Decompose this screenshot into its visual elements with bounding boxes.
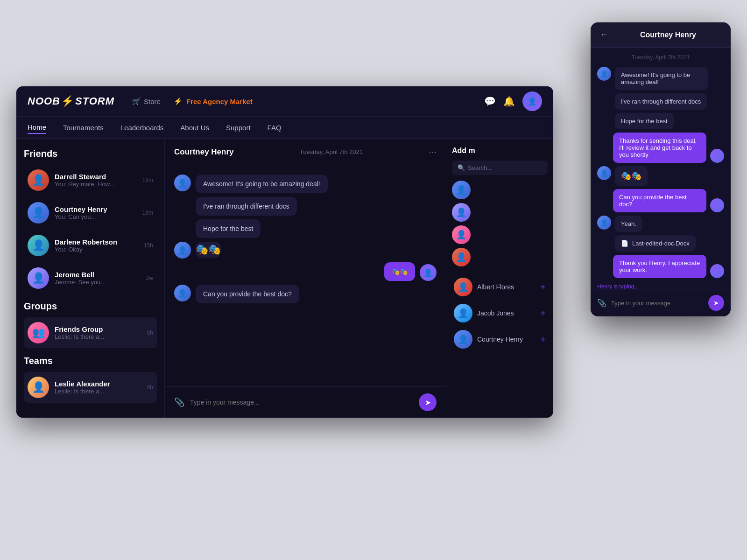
add-person-courtney-panel[interactable]: 👤 Courtney Henry + (452, 326, 548, 352)
friend-item-courtney[interactable]: 👤 Courtney Henry You: Can you... 18m (24, 197, 157, 228)
cart-icon: 🛒 (132, 97, 141, 105)
bolt-nav-icon: ⚡ (174, 97, 183, 105)
friend-preview-jerome: Jerome: See you... (55, 279, 141, 286)
nav-icons: 💬 🔔 👤 (484, 91, 542, 111)
friend-name-darlene: Darlene Robertson (55, 238, 138, 246)
group-name-friends: Friends Group (55, 325, 141, 333)
add-person-avatar-albert: 👤 (454, 278, 472, 296)
friend-preview-darlene: You: Okay (55, 246, 138, 253)
store-label: Store (144, 98, 161, 105)
chat-messages: 👤 Awesome! It's going to be amazing deal… (165, 165, 446, 386)
panel-avatar-4: 👤 (452, 248, 471, 266)
float-bubble-1: Awesome! It's going to be amazing deal! (615, 67, 708, 90)
nav-tournaments[interactable]: Tournaments (63, 122, 104, 133)
msg-avatar-1: 👤 (174, 175, 191, 191)
friend-time-darlene: 15h (144, 242, 153, 249)
message-5: 👤 Can you provide the best doc? (174, 285, 437, 303)
file-name: Last-edited-doc.Docx (632, 240, 690, 247)
add-person-albert[interactable]: 👤 Albert Flores + (452, 274, 548, 300)
friend-avatar-darrell: 👤 (28, 169, 49, 191)
user-avatar[interactable]: 👤 (522, 91, 542, 111)
add-person-name-courtney: Courtney Henry (477, 336, 536, 343)
float-bubble-sent-1: Thanks for sending this deal, I'll revie… (613, 133, 706, 163)
sidebar: Friends 👤 Darrell Steward You: Hey mate.… (16, 139, 165, 418)
chat-more-button[interactable]: ··· (429, 147, 437, 157)
team-item-leslie[interactable]: 👤 Leslie Alexander Leslie: Is there a...… (24, 372, 157, 403)
bell-icon-btn[interactable]: 🔔 (503, 96, 515, 107)
float-message-sent-3: Thank you Henry. I appreciate your work. (597, 255, 724, 278)
friend-info-darrell: Darrell Steward You: Hey mate. How... (55, 173, 137, 188)
float-bubble-emoji: 🎭🎭 (615, 166, 648, 186)
float-avatar-1: 👤 (597, 67, 611, 81)
group-avatar-friends: 👥 (28, 322, 49, 343)
msg-bubble-emoji: 🎭🎭 (196, 242, 221, 258)
add-albert-btn[interactable]: + (540, 282, 546, 293)
floating-chat-window: ← Courtney Henry Tuesday, April 7th 2021… (591, 22, 731, 316)
groups-section: Groups 👥 Friends Group Leslie: Is there … (24, 301, 157, 348)
free-agency-label: Free Agency Market (186, 98, 253, 105)
friend-time-courtney: 18m (142, 210, 153, 216)
float-message-emoji: 👤 🎭🎭 (597, 166, 724, 186)
add-courtney-btn[interactable]: + (540, 334, 546, 345)
teams-section: Teams 👤 Leslie Alexander Leslie: Is ther… (24, 356, 157, 403)
message-sent-1: 🎭🎭 👤 (174, 262, 437, 281)
friend-item-darrell[interactable]: 👤 Darrell Steward You: Hey mate. How... … (24, 165, 157, 196)
right-panel-title: Add m (452, 147, 548, 155)
chat-input[interactable] (190, 399, 413, 406)
groups-section-title: Groups (24, 301, 157, 312)
message-1: 👤 Awesome! It's going to be amazing deal… (174, 175, 437, 193)
teams-section-title: Teams (24, 356, 157, 366)
chat-contact-name: Courtney Henry (174, 147, 234, 157)
friend-info-darlene: Darlene Robertson You: Okay (55, 238, 138, 253)
message-2: I've ran through different docs (174, 197, 437, 216)
floating-chat-input[interactable] (611, 300, 704, 307)
nav-about[interactable]: About Us (180, 122, 209, 133)
friend-item-darlene[interactable]: 👤 Darlene Robertson You: Okay 15h (24, 230, 157, 261)
add-jacob-btn[interactable]: + (540, 308, 546, 319)
float-sent-avatar-2 (710, 198, 724, 212)
chat-icon-btn[interactable]: 💬 (484, 96, 496, 107)
nav-leaderboards[interactable]: Leaderboards (120, 122, 164, 133)
send-button[interactable]: ➤ (419, 393, 437, 411)
friend-info-courtney: Courtney Henry You: Can you... (55, 205, 137, 220)
floating-send-button[interactable]: ➤ (708, 295, 724, 311)
float-message-file: 📄 Last-edited-doc.Docx (597, 235, 724, 252)
right-search[interactable]: 🔍 Search... (452, 161, 548, 175)
right-panel: Add m 🔍 Search... 👤 👤 👤 👤 👤 Albert Flore… (446, 139, 553, 418)
float-bubble-yeah: Yeah. (615, 216, 642, 232)
group-time-friends: 6h (147, 329, 153, 336)
float-message-2: I've ran through different docs (597, 93, 724, 110)
team-time-leslie: 6h (147, 384, 153, 391)
user-avatar-image: 👤 (528, 97, 537, 106)
friend-avatar-darlene: 👤 (28, 235, 49, 256)
back-button[interactable]: ← (600, 30, 608, 40)
floating-chat-input-area: 📎 ➤ (591, 289, 731, 316)
file-icon: 📄 (621, 240, 628, 247)
add-person-jacob[interactable]: 👤 Jacob Jones + (452, 300, 548, 326)
msg-avatar-5: 👤 (174, 285, 191, 301)
logo: NOOB ⚡ STORM (28, 95, 114, 107)
float-attach-icon[interactable]: 📎 (597, 299, 606, 308)
typing-indicator: Henry is typing... (597, 281, 724, 289)
nav-support[interactable]: Support (226, 122, 251, 133)
group-info-friends: Friends Group Leslie: Is there a... (55, 325, 141, 340)
float-bubble-sent-2: Can you provide the best doc? (613, 189, 706, 212)
store-nav-item[interactable]: 🛒 Store (132, 97, 161, 105)
message-3: Hope for the best (174, 219, 437, 238)
team-preview-leslie: Leslie: Is there a... (55, 388, 141, 395)
nav-home[interactable]: Home (28, 121, 46, 134)
add-person-avatar-courtney: 👤 (454, 330, 472, 349)
free-agency-nav-item[interactable]: ⚡ Free Agency Market (174, 97, 253, 105)
group-item-friends[interactable]: 👥 Friends Group Leslie: Is there a... 6h (24, 317, 157, 348)
panel-avatar-1: 👤 (452, 181, 471, 199)
group-preview-friends: Leslie: Is there a... (55, 333, 141, 340)
float-message-1: 👤 Awesome! It's going to be amazing deal… (597, 67, 724, 90)
floating-chat-header: ← Courtney Henry (591, 22, 731, 48)
float-message-yeah: 👤 Yeah. (597, 216, 724, 232)
nav-faq[interactable]: FAQ (268, 122, 282, 133)
friend-time-darrell: 18m (142, 177, 153, 183)
attach-icon[interactable]: 📎 (174, 397, 184, 407)
float-bubble-2: I've ran through different docs (615, 93, 707, 110)
friend-item-jerome[interactable]: 👤 Jerome Bell Jerome: See you... 2w (24, 263, 157, 294)
msg-avatar-emoji: 👤 (174, 242, 191, 259)
